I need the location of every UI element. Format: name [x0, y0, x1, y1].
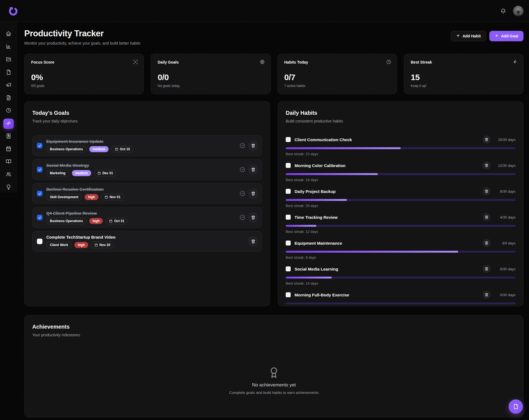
main-content: Productivity Tracker Monitor your produc…: [17, 22, 529, 420]
habit-streak-label: Best streak: 12 days: [286, 230, 515, 234]
check-circle-icon[interactable]: [240, 191, 245, 196]
users-icon: [6, 171, 11, 178]
stat-card: Best Streak 15 Keep it up!: [404, 54, 523, 94]
habit-name: Morning Full-Body Exercise: [295, 293, 349, 297]
delete-goal-button[interactable]: [248, 236, 258, 247]
sidebar-item-file[interactable]: [3, 67, 14, 77]
habit-checkbox[interactable]: [286, 266, 291, 271]
file-icon: [6, 69, 11, 76]
app-logo-icon[interactable]: [7, 5, 19, 17]
delete-goal-button[interactable]: [248, 212, 258, 223]
calendar-icon: [98, 171, 101, 175]
goal-row: Complete TechStartup Brand Video Client …: [32, 231, 262, 252]
trash-icon: [485, 215, 488, 219]
habit-item: Morning Color Calibration 12/30 days Bes…: [286, 161, 515, 182]
delete-goal-button[interactable]: [248, 140, 258, 151]
user-avatar[interactable]: [513, 6, 523, 16]
habit-progress-fill: [286, 199, 347, 201]
sidebar-item-calendar[interactable]: [3, 144, 14, 154]
habit-checkbox[interactable]: [286, 137, 291, 142]
check-circle-icon[interactable]: [240, 143, 245, 148]
sidebar-item-lightbulb[interactable]: [3, 183, 14, 193]
habit-progress-fill: [286, 251, 458, 253]
goal-priority-badge: high: [89, 218, 103, 224]
stat-card: Daily Goals 0/0 No goals today: [151, 54, 270, 94]
goal-title: Complete TechStartup Brand Video: [46, 235, 244, 239]
delete-goal-button[interactable]: [248, 164, 258, 175]
habit-checkbox[interactable]: [286, 163, 291, 168]
sidebar-item-megaphone[interactable]: [3, 80, 14, 90]
goal-list: Equipment Insurance Update Business Oper…: [32, 135, 262, 252]
calendar-icon: [6, 146, 11, 152]
book-open-icon: [6, 159, 11, 165]
delete-habit-button[interactable]: [482, 265, 491, 273]
habit-progress-bar: [286, 199, 515, 201]
stats-row: Focus Score 0% 0/0 goals Daily Goals 0/0…: [24, 54, 523, 94]
goal-checkbox[interactable]: [37, 239, 42, 244]
sidebar-item-home[interactable]: [3, 29, 14, 39]
calendar-icon: [115, 148, 118, 151]
habit-progress-bar: [286, 251, 515, 253]
goal-row: DaVinci Resolve Certification Skill Deve…: [32, 183, 262, 204]
goal-priority-badge: medium: [72, 170, 91, 176]
sidebar-item-clock[interactable]: [3, 106, 14, 116]
habits-panel-title: Daily Habits: [286, 110, 515, 116]
delete-habit-button[interactable]: [482, 187, 491, 195]
trash-icon: [485, 163, 488, 167]
goal-title: Social Media Strategy: [46, 163, 236, 168]
achievements-title: Achievements: [32, 324, 515, 330]
goal-checkbox[interactable]: [37, 143, 42, 148]
goal-checkbox[interactable]: [37, 167, 42, 172]
sidebar-item-folder-kanban[interactable]: [3, 55, 14, 65]
delete-habit-button[interactable]: [482, 135, 491, 144]
add-habit-button[interactable]: Add Habit: [451, 31, 486, 41]
goal-category-badge: Client Work: [46, 242, 72, 248]
check-circle-icon[interactable]: [240, 215, 245, 220]
lightbulb-icon: [6, 184, 11, 191]
trash-icon: [251, 143, 255, 148]
habit-progress-bar: [286, 225, 515, 227]
bar-chart-icon: [6, 44, 11, 50]
calendar-icon: [105, 195, 108, 199]
habit-checkbox[interactable]: [286, 215, 291, 220]
habit-checkbox[interactable]: [286, 189, 291, 194]
new-document-fab[interactable]: [509, 399, 523, 414]
goal-checkbox[interactable]: [37, 191, 42, 196]
habit-item: Time Tracking Review 4/30 days Best stre…: [286, 213, 515, 234]
goal-category-badge: Business Operations: [46, 218, 87, 224]
habit-checkbox[interactable]: [286, 241, 291, 246]
empty-state-title: No achievements yet: [252, 382, 296, 388]
sidebar-item-bar-chart[interactable]: [3, 42, 14, 52]
page-title: Productivity Tracker: [24, 29, 141, 39]
delete-habit-button[interactable]: [482, 213, 491, 221]
habit-progress-bar: [286, 277, 515, 279]
add-goal-button[interactable]: Add Goal: [489, 31, 523, 41]
sidebar-item-users[interactable]: [3, 170, 14, 180]
habit-checkbox[interactable]: [286, 292, 291, 297]
daily-habits-panel: Daily Habits Build consistent productive…: [278, 101, 523, 306]
habit-progress-bar: [286, 147, 515, 149]
page-header: Productivity Tracker Monitor your produc…: [24, 29, 523, 45]
sidebar-item-book-open[interactable]: [3, 157, 14, 167]
check-circle-icon[interactable]: [240, 167, 245, 172]
delete-goal-button[interactable]: [248, 188, 258, 199]
habit-streak-label: Best streak: 14 days: [286, 281, 515, 285]
trash-icon: [485, 267, 488, 271]
goal-due-badge: Dec 01: [94, 170, 117, 176]
habit-item: Client Communication Check 15/30 days Be…: [286, 135, 515, 156]
delete-habit-button[interactable]: [482, 161, 491, 170]
delete-habit-button[interactable]: [482, 239, 491, 247]
empty-state-caption: Complete goals and build habits to earn …: [229, 391, 319, 395]
goal-checkbox[interactable]: [37, 215, 42, 220]
goal-row: Social Media Strategy Marketing medium D…: [32, 159, 262, 180]
sidebar-item-file-text[interactable]: [3, 93, 14, 103]
habit-streak-label: Best streak: 18 days: [286, 178, 515, 182]
sidebar-item-activity[interactable]: [3, 119, 14, 129]
habit-progress-fill: [286, 147, 401, 149]
habit-item: Morning Full-Body Exercise 0/30 days Bes…: [286, 291, 515, 306]
delete-habit-button[interactable]: [482, 291, 491, 299]
habit-days-label: 3/4 days: [495, 241, 515, 245]
sidebar-item-receipt[interactable]: [3, 132, 14, 141]
receipt-icon: [6, 133, 11, 140]
notifications-bell-icon[interactable]: [500, 8, 506, 14]
